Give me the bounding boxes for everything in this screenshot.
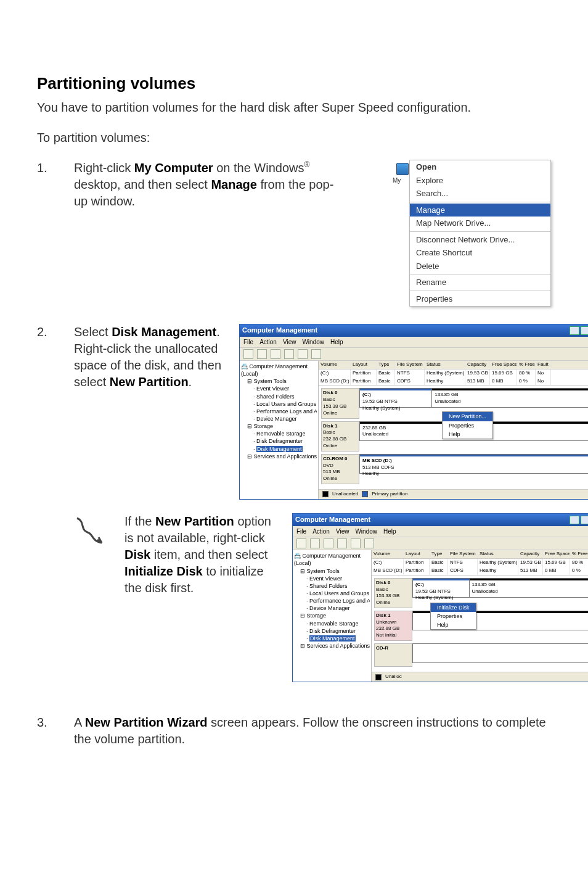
window-title: Computer Management — [295, 515, 370, 524]
menu-item[interactable]: File — [243, 338, 253, 347]
back-icon[interactable] — [243, 349, 253, 359]
my-computer-icon — [396, 163, 409, 175]
menu-item[interactable]: Action — [312, 527, 330, 536]
nav-tree[interactable]: 📇 Computer Management (Local)⊟ System To… — [240, 361, 319, 499]
disk-row[interactable]: Disk 0Basic153.38 GBOnline(C:)19.53 GB N… — [374, 578, 588, 608]
disk-context-menu[interactable]: Initialize DiskPropertiesHelp — [430, 603, 476, 630]
disk-map[interactable]: Disk 0Basic153.38 GBOnline(C:)19.53 GB N… — [372, 575, 588, 672]
step-number: 1. — [37, 160, 52, 306]
menu-item[interactable]: Help — [383, 527, 396, 536]
context-menu-item[interactable]: Rename — [410, 276, 550, 289]
tree-icon[interactable] — [271, 349, 280, 359]
refresh-icon[interactable] — [337, 538, 347, 548]
menubar[interactable]: FileActionViewWindowHelp — [293, 526, 588, 537]
context-menu-item[interactable]: Manage — [410, 204, 550, 217]
menubar[interactable]: FileActionViewWindowHelp — [240, 337, 588, 348]
note-text: If the New Partition option is not avail… — [125, 513, 272, 596]
volume-row[interactable]: (C:)PartitionBasicNTFSHealthy (System)19… — [372, 559, 588, 567]
disk-row[interactable]: Disk 1Unknown232.88 GBNot Initial — [374, 611, 588, 641]
intro-text: You have to partition volumes for the ha… — [37, 99, 551, 116]
context-menu-item[interactable]: Map Network Drive... — [410, 217, 550, 230]
menu-item[interactable]: Action — [259, 338, 277, 347]
subheading: To partition volumes: — [37, 130, 551, 146]
toolbar[interactable] — [240, 347, 588, 361]
minimize-icon[interactable] — [570, 516, 579, 524]
menu-item[interactable]: Help — [330, 338, 343, 347]
step1-text: Right-click My Computer on the Windows® … — [74, 160, 339, 210]
context-menu: My OpenExploreSearch...ManageMap Network… — [409, 160, 551, 306]
menu-item[interactable]: View — [283, 338, 296, 347]
menu-item[interactable]: File — [296, 527, 306, 536]
refresh-icon[interactable] — [284, 349, 294, 359]
volume-list-header: VolumeLayoutTypeFile SystemStatusCapacit… — [319, 361, 588, 369]
menu-item[interactable]: View — [336, 527, 349, 536]
legend: Unallocated Primary partition — [319, 489, 588, 499]
forward-icon[interactable] — [257, 349, 267, 359]
computer-management-window-2: Computer Management FileActionViewWindow… — [292, 513, 588, 682]
tree-icon[interactable] — [324, 538, 333, 548]
context-menu-item[interactable]: Search... — [410, 187, 550, 200]
forward-icon[interactable] — [310, 538, 320, 548]
note-icon — [74, 513, 105, 550]
props-icon[interactable] — [351, 538, 361, 548]
context-menu-item[interactable]: Properties — [443, 421, 492, 430]
context-menu-item[interactable]: Open — [410, 160, 550, 174]
menu-item[interactable]: Window — [355, 527, 377, 536]
window-titlebar[interactable]: Computer Management — [293, 514, 588, 526]
minimize-icon[interactable] — [570, 326, 579, 335]
maximize-icon[interactable] — [581, 326, 588, 335]
disk-row[interactable]: CD-ROM 0DVD513 MBOnlineMB SCD (D:)513 MB… — [321, 454, 588, 484]
context-menu-item[interactable]: New Partition... — [443, 412, 492, 421]
context-menu-item[interactable]: Create Shortcut — [410, 246, 550, 260]
maximize-icon[interactable] — [581, 516, 588, 524]
volume-list[interactable]: (C:)PartitionBasicNTFSHealthy (System)19… — [372, 559, 588, 575]
context-menu-item[interactable]: Properties — [410, 292, 550, 306]
props-icon[interactable] — [298, 349, 308, 359]
help-icon[interactable] — [364, 538, 374, 548]
computer-management-window: Computer Management FileActionViewWindow… — [239, 324, 588, 500]
legend: Unalloc — [372, 672, 588, 682]
nav-tree[interactable]: 📇 Computer Management (Local)⊟ System To… — [293, 550, 372, 682]
step2-text: Select Disk Management. Right-click the … — [74, 324, 228, 390]
window-titlebar[interactable]: Computer Management — [240, 324, 588, 337]
volume-list-header: VolumeLayoutTypeFile SystemStatusCapacit… — [372, 550, 588, 559]
step-number: 3. — [37, 714, 52, 748]
context-menu-item[interactable]: Properties — [431, 612, 476, 621]
volume-row[interactable]: MB SCD (D:)PartitionBasicCDFSHealthy513 … — [319, 377, 588, 386]
context-menu-item[interactable]: Help — [431, 621, 476, 629]
volume-list[interactable]: (C:)PartitionBasicNTFSHealthy (System)19… — [319, 369, 588, 386]
step-number: 2. — [37, 324, 52, 690]
my-computer-label: My — [393, 176, 401, 185]
context-menu-item[interactable]: Help — [443, 430, 492, 439]
disk-context-menu[interactable]: New Partition...PropertiesHelp — [442, 411, 493, 439]
page-title: Partitioning volumes — [37, 73, 551, 94]
window-title: Computer Management — [242, 326, 317, 335]
menu-item[interactable]: Window — [302, 338, 324, 347]
disk-row[interactable]: CD-R — [374, 643, 588, 667]
back-icon[interactable] — [296, 538, 306, 548]
help-icon[interactable] — [311, 349, 321, 359]
context-menu-item[interactable]: Delete — [410, 260, 550, 273]
context-menu-item[interactable]: Disconnect Network Drive... — [410, 233, 550, 247]
volume-row[interactable]: (C:)PartitionBasicNTFSHealthy (System)19… — [319, 369, 588, 377]
step3-text: A New Partition Wizard screen appears. F… — [74, 714, 551, 748]
volume-row[interactable]: MB SCD (D:)PartitionBasicCDFSHealthy513 … — [372, 567, 588, 575]
toolbar[interactable] — [293, 537, 588, 550]
disk-map[interactable]: Disk 0Basic153.38 GBOnline(C:)19.53 GB N… — [319, 385, 588, 489]
context-menu-item[interactable]: Explore — [410, 174, 550, 188]
context-menu-item[interactable]: Initialize Disk — [431, 603, 476, 612]
